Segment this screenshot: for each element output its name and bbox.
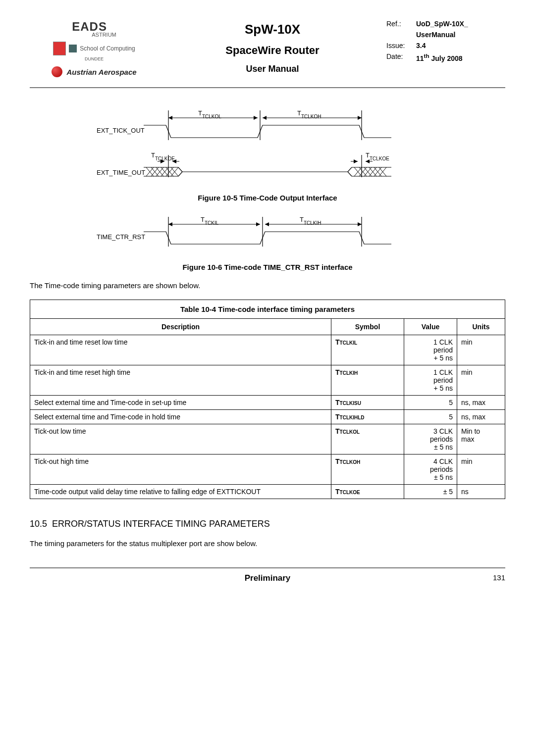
cell-desc: Select external time and Time-code in se… xyxy=(30,396,331,410)
school-logo: School of Computing xyxy=(53,42,135,55)
astrium-logo: ASTRIUM xyxy=(92,32,116,38)
figure-caption-1: Figure 10-5 Time-Code Output Interface xyxy=(30,194,505,202)
section-heading: 10.5 ERROR/STATUS INTERFACE TIMING PARAM… xyxy=(30,519,505,529)
paragraph-1: The Time-code timing parameters are show… xyxy=(30,281,505,290)
th-desc: Description xyxy=(30,319,331,335)
cell-desc: Tick-in and time reset high time xyxy=(30,365,331,396)
svg-marker-58 xyxy=(256,222,260,226)
svg-line-26 xyxy=(178,172,182,176)
svg-line-25 xyxy=(178,167,182,172)
austrian-label: Austrian Aerospace xyxy=(66,68,136,76)
cell-value: 3 CLKperiods± 5 ns xyxy=(404,424,457,454)
cell-desc: Select external time and Time-code in ho… xyxy=(30,410,331,424)
footer: Preliminary 131 xyxy=(30,567,505,583)
dundee-label: DUNDEE xyxy=(85,56,104,61)
cell-value: 1 CLKperiod+ 5 ns xyxy=(404,335,457,365)
th-units: Units xyxy=(457,319,505,335)
ref-value2: UserManual xyxy=(416,31,455,39)
header-block: EADS ASTRIUM School of Computing DUNDEE … xyxy=(30,20,505,88)
th-symbol: Symbol xyxy=(331,319,404,335)
issue-value: 3.4 xyxy=(416,42,426,50)
cell-desc: Tick-out high time xyxy=(30,454,331,485)
table-row: Tick-out high timeTTCLKOH4 CLKperiods± 5… xyxy=(30,454,505,485)
sig-ext-tick-out: EXT_TICK_OUT xyxy=(97,127,145,134)
cell-symbol: TTCLKIH xyxy=(331,365,404,396)
cell-unit: min xyxy=(457,335,505,365)
cell-symbol: TTCLKIL xyxy=(331,335,404,365)
footer-page: 131 xyxy=(493,573,505,582)
date-label: Date: xyxy=(386,52,416,62)
footer-center: Preliminary xyxy=(245,573,291,583)
cell-unit: min xyxy=(457,365,505,396)
cell-value: 5 xyxy=(404,396,457,410)
header-left: EADS ASTRIUM School of Computing DUNDEE … xyxy=(30,20,159,77)
cell-desc: Time-code output valid delay time relati… xyxy=(30,485,331,499)
svg-marker-1 xyxy=(168,116,172,120)
cell-unit: ns xyxy=(457,485,505,499)
ref-label: Ref.: xyxy=(386,20,416,28)
cell-unit: ns, max xyxy=(457,410,505,424)
section-title: ERROR/STATUS INTERFACE TIMING PARAMETERS xyxy=(52,519,270,529)
cell-symbol: TTCLKIHLD xyxy=(331,410,404,424)
chip-icon xyxy=(69,45,77,52)
svg-text:TTCLKOE: TTCLKOE xyxy=(151,151,175,161)
svg-marker-2 xyxy=(254,116,258,120)
cell-value: 5 xyxy=(404,410,457,424)
svg-marker-62 xyxy=(358,222,362,226)
cell-symbol: TTCLKOH xyxy=(331,454,404,485)
cell-symbol: TTCLKOE xyxy=(331,485,404,499)
cell-value: 1 CLKperiod+ 5 ns xyxy=(404,365,457,396)
svg-text:TTCLKOL: TTCLKOL xyxy=(198,109,221,119)
th-value: Value xyxy=(404,319,457,335)
title-main: SpW-10X xyxy=(159,22,386,37)
header-center: SpW-10X SpaceWire Router User Manual xyxy=(159,20,386,77)
svg-marker-18 xyxy=(354,159,358,163)
cell-desc: Tick-in and time reset low time xyxy=(30,335,331,365)
paragraph-2: The timing parameters for the status mul… xyxy=(30,539,505,548)
svg-marker-20 xyxy=(366,159,370,163)
svg-marker-57 xyxy=(168,222,172,226)
table-row: Select external time and Time-code in se… xyxy=(30,396,505,410)
svg-text:TTCLKOH: TTCLKOH xyxy=(297,109,321,119)
svg-marker-6 xyxy=(358,116,362,120)
cell-value: ± 5 xyxy=(404,485,457,499)
cell-symbol: TTCLKISU xyxy=(331,396,404,410)
svg-marker-61 xyxy=(265,222,269,226)
sig-ext-time-out: EXT_TIME_OUT xyxy=(97,169,145,176)
cell-value: 4 CLKperiods± 5 ns xyxy=(404,454,457,485)
table-row: Tick-out low timeTTCLKOL3 CLKperiods± 5 … xyxy=(30,424,505,454)
timing-diagram-1: TTCLKOL TTCLKOH EXT_TICK_OUT TTCLKOE TTC… xyxy=(94,103,441,184)
table-row: Tick-in and time reset low timeTTCLKIL1 … xyxy=(30,335,505,365)
svg-line-29 xyxy=(348,172,352,176)
table-row: Tick-in and time reset high timeTTCLKIH1… xyxy=(30,365,505,396)
ref-value: UoD_SpW-10X_ xyxy=(416,20,468,28)
timing-params-table: Table 10-4 Time-code interface timing pa… xyxy=(30,300,505,499)
header-right: Ref.: UoD_SpW-10X_ UserManual Issue: 3.4… xyxy=(386,20,505,77)
cell-symbol: TTCLKOL xyxy=(331,424,404,454)
issue-label: Issue: xyxy=(386,42,416,50)
globe-icon xyxy=(52,66,62,77)
title-sub2: User Manual xyxy=(159,64,386,74)
cell-desc: Tick-out low time xyxy=(30,424,331,454)
date-value: 11th July 2008 xyxy=(416,52,463,62)
austrian-logo: Austrian Aerospace xyxy=(52,66,136,77)
cell-unit: min xyxy=(457,454,505,485)
section-num: 10.5 xyxy=(30,519,47,529)
table-caption: Table 10-4 Time-code interface timing pa… xyxy=(30,300,505,318)
table-row: Select external time and Time-code in ho… xyxy=(30,410,505,424)
figure-caption-2: Figure 10-6 Time-code TIME_CTR_RST inter… xyxy=(30,263,505,271)
title-sub: SpaceWire Router xyxy=(159,44,386,57)
cell-unit: Min tomax xyxy=(457,424,505,454)
sig-time-ctr-rst: TIME_CTR_RST xyxy=(97,233,145,241)
timing-diagram-2: TTCKIL TTCLKIH TIME_CTR_RST xyxy=(94,212,441,253)
svg-line-28 xyxy=(348,167,352,172)
school-label: School of Computing xyxy=(80,45,135,52)
cell-unit: ns, max xyxy=(457,396,505,410)
table-row: Time-code output valid delay time relati… xyxy=(30,485,505,499)
svg-marker-5 xyxy=(263,116,267,120)
crest-icon xyxy=(53,42,66,55)
